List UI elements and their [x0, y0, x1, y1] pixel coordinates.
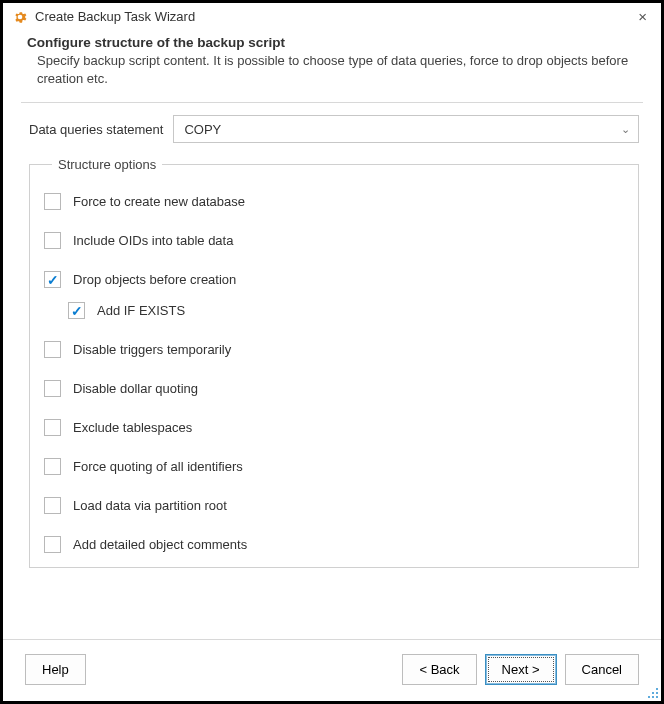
page-title: Configure structure of the backup script: [27, 35, 637, 50]
option-exclude-tablespaces[interactable]: Exclude tablespaces: [44, 419, 624, 436]
option-label: Force quoting of all identifiers: [73, 459, 243, 474]
checkbox[interactable]: [44, 193, 61, 210]
wizard-header: Configure structure of the backup script…: [3, 29, 661, 102]
option-label: Add IF EXISTS: [97, 303, 185, 318]
option-label: Exclude tablespaces: [73, 420, 192, 435]
option-label: Include OIDs into table data: [73, 233, 233, 248]
option-detailed-comments[interactable]: Add detailed object comments: [44, 536, 624, 553]
option-label: Add detailed object comments: [73, 537, 247, 552]
checkbox[interactable]: [44, 458, 61, 475]
checkbox[interactable]: [44, 497, 61, 514]
option-label: Disable triggers temporarily: [73, 342, 231, 357]
option-label: Drop objects before creation: [73, 272, 236, 287]
option-disable-dollar-quoting[interactable]: Disable dollar quoting: [44, 380, 624, 397]
data-queries-select[interactable]: COPY ⌄: [173, 115, 639, 143]
back-button[interactable]: < Back: [402, 654, 476, 685]
structure-options-legend: Structure options: [52, 157, 162, 172]
option-label: Disable dollar quoting: [73, 381, 198, 396]
data-queries-value: COPY: [184, 122, 221, 137]
data-queries-row: Data queries statement COPY ⌄: [29, 115, 639, 143]
option-include-oids[interactable]: Include OIDs into table data: [44, 232, 624, 249]
option-force-create-db[interactable]: Force to create new database: [44, 193, 624, 210]
checkbox[interactable]: [44, 380, 61, 397]
chevron-down-icon: ⌄: [621, 123, 630, 136]
close-icon[interactable]: ×: [634, 9, 651, 24]
checkbox[interactable]: [44, 419, 61, 436]
cancel-button[interactable]: Cancel: [565, 654, 639, 685]
data-queries-label: Data queries statement: [29, 122, 163, 137]
help-button[interactable]: Help: [25, 654, 86, 685]
option-drop-before-creation[interactable]: Drop objects before creation: [44, 271, 624, 288]
gear-icon: [13, 10, 27, 24]
checkbox[interactable]: [44, 536, 61, 553]
checkbox[interactable]: [44, 341, 61, 358]
wizard-body: Data queries statement COPY ⌄ Structure …: [3, 103, 661, 639]
checkbox[interactable]: [44, 271, 61, 288]
wizard-window: Create Backup Task Wizard × Configure st…: [0, 0, 664, 704]
option-label: Load data via partition root: [73, 498, 227, 513]
option-label: Force to create new database: [73, 194, 245, 209]
next-button[interactable]: Next >: [485, 654, 557, 685]
option-disable-triggers[interactable]: Disable triggers temporarily: [44, 341, 624, 358]
checkbox[interactable]: [44, 232, 61, 249]
option-force-quoting[interactable]: Force quoting of all identifiers: [44, 458, 624, 475]
titlebar: Create Backup Task Wizard ×: [3, 3, 661, 29]
wizard-footer: Help < Back Next > Cancel: [3, 639, 661, 701]
page-subtitle: Specify backup script content. It is pos…: [37, 52, 637, 88]
window-title: Create Backup Task Wizard: [35, 9, 634, 24]
option-add-if-exists[interactable]: Add IF EXISTS: [68, 302, 624, 319]
checkbox[interactable]: [68, 302, 85, 319]
option-load-via-partition-root[interactable]: Load data via partition root: [44, 497, 624, 514]
structure-options-group: Structure options Force to create new da…: [29, 157, 639, 568]
